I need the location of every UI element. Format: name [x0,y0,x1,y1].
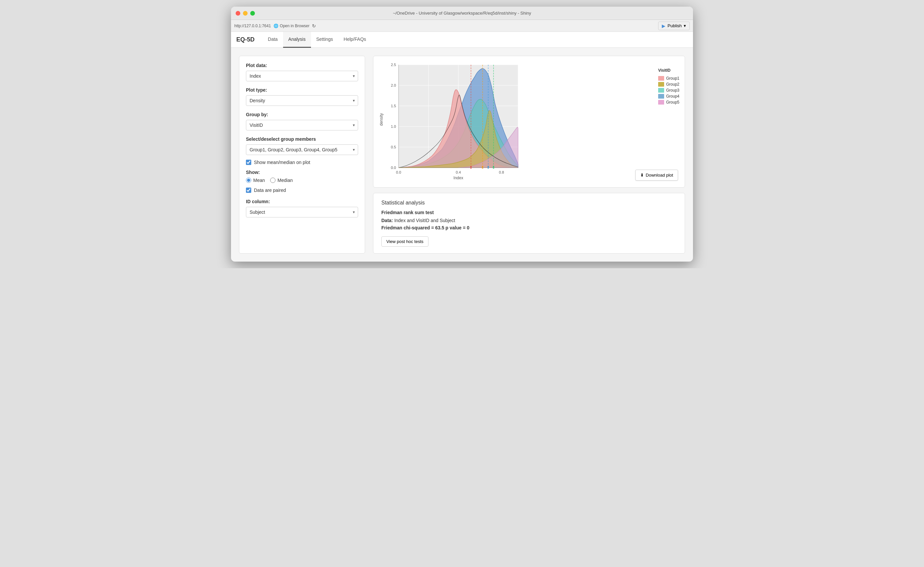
data-paired-label: Data are paired [254,188,286,193]
refresh-button[interactable]: ↻ [312,23,316,28]
app-logo[interactable]: EQ-5D [236,36,255,43]
nav-tab-data[interactable]: Data [262,32,283,48]
url-bar[interactable]: http://127.0.0.1:7641 [234,24,271,28]
minimize-button[interactable] [243,11,248,16]
show-mean-median-checkbox[interactable] [246,160,251,165]
close-button[interactable] [236,11,240,16]
legend-item-group5: Group5 [658,100,680,105]
plot-data-label: Plot data: [246,63,358,68]
median-option: Median [270,178,293,183]
publish-button[interactable]: ▶ Publish ▾ [658,22,690,30]
stats-title: Statistical analysis [381,200,677,206]
data-paired-row: Data are paired [246,188,358,193]
nav-tab-analysis[interactable]: Analysis [283,32,311,48]
window-title: ~/OneDrive - University of Glasgow/works… [393,10,531,16]
browser-toolbar: http://127.0.0.1:7641 🌐 Open in Browser … [231,20,693,32]
legend-item-group1: Group1 [658,76,680,81]
svg-text:0.0: 0.0 [391,166,396,170]
select-group-select[interactable]: Group1, Group2, Group3, Group4, Group5 [246,144,358,155]
download-icon: ⬇ [640,172,644,178]
density-chart: 0.0 0.5 1.0 1.5 2.0 2.5 0.0 0.4 0.8 [379,62,531,181]
svg-text:2.5: 2.5 [391,63,396,67]
svg-text:0.5: 0.5 [391,145,396,149]
stats-area: Statistical analysis Friedman rank sum t… [373,193,685,254]
legend-label-group4: Group4 [666,94,680,99]
publish-dropdown-icon: ▾ [684,23,686,28]
view-post-hoc-button[interactable]: View post hoc tests [381,236,429,247]
legend-swatch-group2 [658,82,664,87]
left-panel: Plot data: Index ▾ Plot type: Density ▾ … [239,56,365,254]
svg-rect-16 [470,166,472,169]
stats-data-line: Data: Index and VisitID and Subject [381,218,677,223]
legend-item-group3: Group3 [658,88,680,93]
legend-label-group2: Group2 [666,82,680,87]
plot-type-wrapper: Density ▾ [246,95,358,106]
refresh-icon: ↻ [312,23,316,28]
plot-type-label: Plot type: [246,87,358,93]
group-by-select[interactable]: VisitID [246,120,358,130]
open-in-browser-button[interactable]: 🌐 Open in Browser [273,24,309,28]
stats-data-value: Index and VisitID and Subject [394,218,455,223]
median-radio[interactable] [270,178,276,183]
svg-rect-19 [493,166,494,169]
group-by-label: Group by: [246,112,358,117]
legend-item-group4: Group4 [658,94,680,99]
traffic-lights [236,11,255,16]
legend-label-group1: Group1 [666,76,680,81]
legend-swatch-group5 [658,100,664,105]
select-group-wrapper: Group1, Group2, Group3, Group4, Group5 ▾ [246,144,358,155]
legend-swatch-group4 [658,94,664,99]
download-plot-button[interactable]: ⬇ Download plot [635,170,678,181]
radio-group: Mean Median [246,178,358,183]
svg-text:1.5: 1.5 [391,104,396,108]
plot-data-select[interactable]: Index [246,71,358,81]
legend-title: VisitID [658,68,680,73]
browser-icon: 🌐 [273,24,279,28]
plot-type-select[interactable]: Density [246,95,358,106]
svg-text:0.8: 0.8 [499,170,504,174]
svg-rect-17 [482,166,483,169]
id-column-label: ID column: [246,199,358,204]
id-column-select[interactable]: Subject [246,207,358,218]
plot-area: 0.0 0.5 1.0 1.5 2.0 2.5 0.0 0.4 0.8 [373,56,685,188]
mean-label: Mean [253,178,265,183]
legend-label-group3: Group3 [666,88,680,93]
app-window: ~/OneDrive - University of Glasgow/works… [231,7,693,262]
data-paired-checkbox[interactable] [246,188,251,193]
svg-text:0.4: 0.4 [456,170,460,174]
nav-tab-help[interactable]: Help/FAQs [338,32,371,48]
svg-text:1.0: 1.0 [391,124,396,129]
title-bar: ~/OneDrive - University of Glasgow/works… [231,7,693,20]
stats-chi-line: Friedman chi-squared = 63.5 p value = 0 [381,225,677,230]
nav-bar: EQ-5D Data Analysis Settings Help/FAQs [231,32,693,48]
mean-option: Mean [246,178,265,183]
id-column-wrapper: Subject ▾ [246,207,358,218]
stats-chi-value: = 63.5 [431,225,446,230]
svg-text:density: density [379,113,384,126]
legend-label-group5: Group5 [666,100,680,105]
plot-data-wrapper: Index ▾ [246,71,358,81]
legend-swatch-group1 [658,76,664,81]
chart-svg: 0.0 0.5 1.0 1.5 2.0 2.5 0.0 0.4 0.8 [379,62,651,182]
show-section: Show: Mean Median [246,170,358,183]
chart-legend: VisitID Group1 Group2 Group3 [655,62,680,105]
stats-chi-label: Friedman chi-squared [381,225,430,230]
stats-data-bold: Data: [381,218,393,223]
group-by-wrapper: VisitID ▾ [246,120,358,130]
stats-test-name: Friedman rank sum test [381,210,677,215]
show-mean-median-row: Show mean/median on plot [246,160,358,165]
mean-radio[interactable] [246,178,251,183]
legend-item-group2: Group2 [658,82,680,87]
svg-text:0.0: 0.0 [396,170,401,174]
right-panel: 0.0 0.5 1.0 1.5 2.0 2.5 0.0 0.4 0.8 [373,56,685,254]
chart-container: 0.0 0.5 1.0 1.5 2.0 2.5 0.0 0.4 0.8 [379,62,680,182]
median-label: Median [278,178,293,183]
nav-tab-settings[interactable]: Settings [311,32,339,48]
main-content: Plot data: Index ▾ Plot type: Density ▾ … [231,48,693,262]
show-label: Show: [246,170,358,175]
maximize-button[interactable] [250,11,255,16]
show-mean-median-label: Show mean/median on plot [254,160,310,165]
svg-text:2.0: 2.0 [391,83,396,87]
legend-swatch-group3 [658,88,664,93]
stats-p-label: p value [446,225,463,230]
